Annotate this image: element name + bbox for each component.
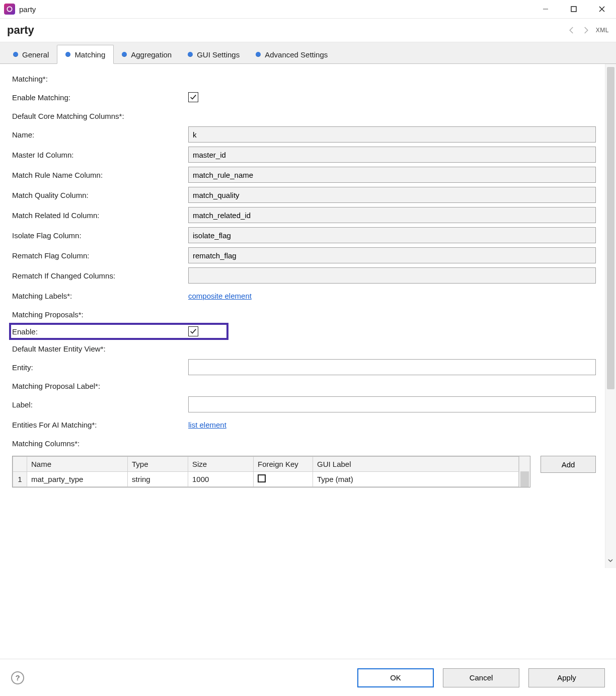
scroll-down-icon[interactable] (608, 556, 613, 565)
master-id-label: Master Id Column: (12, 148, 188, 162)
close-button[interactable] (588, 0, 616, 18)
match-quality-input[interactable] (188, 187, 596, 203)
enable-label: Enable: (12, 327, 188, 336)
rematch-if-changed-label: Rematch If Changed Columns: (12, 268, 188, 283)
cell-gui: Type (mat) (313, 472, 519, 487)
titlebar: party (0, 0, 616, 18)
tab-advanced-settings[interactable]: Advanced Settings (248, 45, 336, 64)
default-master-view-label: Default Master Entity View*: (12, 341, 106, 356)
tab-gui-settings[interactable]: GUI Settings (180, 45, 248, 64)
blank-area (0, 568, 616, 659)
dialog-footer: ? OK Cancel Apply (0, 659, 616, 696)
maximize-button[interactable] (560, 0, 588, 18)
master-id-input[interactable] (188, 147, 596, 163)
tab-dot-icon (256, 52, 261, 57)
matching-labels-label: Matching Labels*: (12, 289, 188, 303)
content-scrollbar[interactable] (605, 64, 616, 568)
match-rule-label: Match Rule Name Column: (12, 168, 188, 182)
th-type[interactable]: Type (128, 457, 188, 472)
tab-label: Matching (74, 50, 105, 59)
tab-label: Aggregation (131, 50, 172, 59)
entity-label: Entity: (12, 360, 188, 375)
proposal-label-header: Matching Proposal Label*: (12, 379, 100, 393)
nav-forward-icon[interactable] (580, 24, 592, 36)
matching-columns-label: Matching Columns*: (12, 436, 188, 451)
table-header-row: Name Type Size Foreign Key GUI Label (13, 457, 519, 472)
th-fk[interactable]: Foreign Key (254, 457, 313, 472)
table-scrollbar[interactable] (519, 456, 530, 487)
enable-proposals-checkbox[interactable] (188, 326, 198, 336)
name-label: Name: (12, 127, 188, 142)
match-related-input[interactable] (188, 207, 596, 223)
composite-element-link[interactable]: composite element (188, 292, 252, 300)
cell-fk (254, 472, 313, 487)
label-input[interactable] (188, 396, 596, 412)
rematch-if-changed-input[interactable] (188, 267, 596, 284)
match-related-label: Match Related Id Column: (12, 208, 188, 223)
row-number: 1 (13, 472, 27, 487)
isolate-flag-input[interactable] (188, 227, 596, 243)
nav-back-icon[interactable] (566, 24, 578, 36)
rematch-flag-label: Rematch Flag Column: (12, 248, 188, 263)
window-title: party (19, 5, 36, 14)
matching-proposals-label: Matching Proposals*: (12, 307, 188, 322)
svg-rect-2 (571, 7, 576, 12)
xml-view-button[interactable]: XML (596, 27, 609, 34)
tab-label: GUI Settings (197, 50, 240, 59)
page-title: party (7, 24, 34, 37)
tab-aggregation[interactable]: Aggregation (114, 45, 180, 64)
isolate-flag-label: Isolate Flag Column: (12, 228, 188, 243)
entity-input[interactable] (188, 359, 596, 375)
checkbox-icon[interactable] (258, 474, 266, 482)
default-core-cols-label: Default Core Matching Columns*: (12, 109, 124, 123)
tab-general[interactable]: General (5, 45, 57, 64)
tab-strip: General Matching Aggregation GUI Setting… (0, 42, 616, 63)
enable-matching-checkbox[interactable] (188, 92, 198, 102)
minimize-button[interactable] (531, 0, 560, 18)
tab-label: General (22, 50, 49, 59)
match-rule-input[interactable] (188, 167, 596, 183)
check-icon (190, 94, 197, 101)
cancel-button[interactable]: Cancel (443, 668, 519, 687)
scrollbar-thumb[interactable] (520, 471, 529, 488)
svg-point-0 (7, 7, 12, 11)
th-gui[interactable]: GUI Label (313, 457, 519, 472)
app-icon (4, 4, 15, 15)
tab-dot-icon (188, 52, 193, 57)
cell-size: 1000 (188, 472, 254, 487)
help-icon[interactable]: ? (11, 671, 24, 684)
tab-dot-icon (13, 52, 18, 57)
content: Matching*: Enable Matching: Default Core… (0, 64, 605, 568)
list-element-link[interactable]: list element (188, 421, 226, 429)
tab-matching[interactable]: Matching (57, 45, 114, 64)
ok-button[interactable]: OK (357, 668, 434, 687)
scrollbar-thumb[interactable] (607, 67, 614, 389)
check-icon (190, 328, 197, 335)
matching-columns-table[interactable]: Name Type Size Foreign Key GUI Label 1 m… (12, 456, 530, 488)
match-quality-label: Match Quality Column: (12, 188, 188, 202)
th-size[interactable]: Size (188, 457, 254, 472)
header: party XML (0, 18, 616, 42)
cell-type: string (128, 472, 188, 487)
rematch-flag-input[interactable] (188, 247, 596, 263)
name-input[interactable] (188, 126, 596, 143)
matching-header: Matching*: (12, 72, 188, 86)
cell-name: mat_party_type (27, 472, 128, 487)
table-row[interactable]: 1 mat_party_type string 1000 Type (mat) (13, 472, 519, 487)
label-label: Label: (12, 397, 188, 412)
add-button[interactable]: Add (541, 456, 596, 473)
apply-button[interactable]: Apply (528, 668, 605, 687)
th-name[interactable]: Name (27, 457, 128, 472)
tab-label: Advanced Settings (265, 50, 328, 59)
enable-matching-label: Enable Matching: (12, 90, 188, 105)
tab-dot-icon (65, 52, 70, 57)
ai-matching-label: Entities For AI Matching*: (12, 417, 188, 432)
tab-dot-icon (122, 52, 127, 57)
enable-highlight: Enable: (9, 323, 228, 340)
